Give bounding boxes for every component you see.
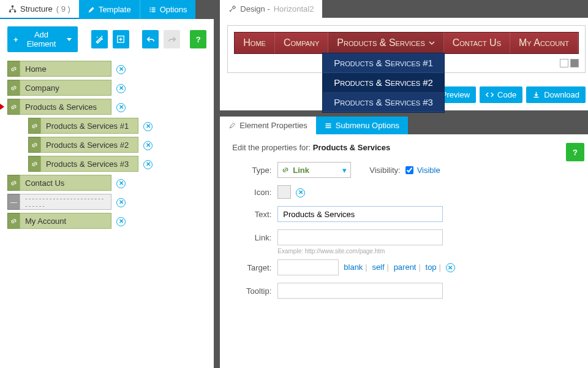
target-label: Target:: [232, 263, 271, 272]
link-hint: Example: http://www.site.com/page.htm: [277, 248, 581, 255]
link-input[interactable]: [277, 229, 443, 245]
clear-icon-button[interactable]: ✕: [296, 186, 305, 197]
link-icon: [7, 175, 20, 191]
properties-panel: Element Properties Submenu Options ? Edi…: [220, 117, 588, 368]
tree-item-home[interactable]: Home ✕: [7, 61, 206, 77]
tools-icon: [228, 5, 236, 13]
list-icon: [149, 6, 156, 13]
tab-design-label: Design -: [240, 4, 270, 13]
tab-options[interactable]: Options: [140, 0, 196, 19]
tree-item-label: Contact Us: [20, 175, 111, 191]
submenu-icon: [325, 122, 332, 129]
link-icon: [28, 137, 40, 153]
delete-item-button[interactable]: ✕: [116, 101, 126, 112]
svg-rect-15: [325, 127, 331, 128]
pencil-icon: [88, 6, 95, 13]
icon-picker[interactable]: [277, 185, 291, 199]
add-element-label: Add Element: [22, 30, 61, 48]
tab-submenu-options[interactable]: Submenu Options: [316, 117, 408, 134]
delete-item-button[interactable]: ✕: [116, 63, 126, 74]
delete-item-button[interactable]: ✕: [143, 120, 153, 131]
download-icon: [532, 91, 540, 99]
wand-button[interactable]: [91, 30, 108, 48]
preview-menu-company[interactable]: Company: [275, 33, 328, 53]
target-parent[interactable]: parent: [394, 263, 417, 272]
tree-item-company[interactable]: Company ✕: [7, 80, 206, 96]
snippet-button[interactable]: [113, 30, 129, 48]
svg-point-9: [97, 37, 98, 38]
svg-rect-0: [12, 6, 13, 7]
delete-item-button[interactable]: ✕: [116, 177, 126, 188]
preview-submenu-item[interactable]: Products & Services #1: [323, 53, 444, 73]
icon-label: Icon:: [232, 188, 271, 197]
preview-menu-account[interactable]: My Account: [510, 33, 578, 53]
tab-template[interactable]: Template: [79, 0, 140, 19]
text-input[interactable]: [277, 206, 443, 222]
plus-icon: +: [13, 35, 18, 44]
help-button[interactable]: ?: [566, 143, 584, 161]
target-top[interactable]: top: [426, 263, 437, 272]
tree-item-products-1[interactable]: Products & Services #1 ✕: [28, 118, 206, 134]
target-input[interactable]: [277, 259, 339, 275]
tree-item-products-2[interactable]: Products & Services #2 ✕: [28, 137, 206, 153]
delete-item-button[interactable]: ✕: [143, 139, 153, 150]
link-icon: [7, 61, 20, 77]
tree-item-label: Products & Services #3: [40, 156, 138, 172]
tab-structure[interactable]: Structure ( 9 ): [0, 0, 79, 19]
tab-template-label: Template: [99, 5, 131, 14]
target-blank[interactable]: blank: [344, 263, 363, 272]
code-button[interactable]: Code: [480, 86, 522, 103]
preview-submenu-item[interactable]: Products & Services #2: [323, 73, 444, 93]
tooltip-input[interactable]: [277, 283, 443, 299]
tree-item-products[interactable]: Products & Services ✕: [7, 99, 206, 115]
visibility-value[interactable]: Visible: [417, 166, 440, 175]
preview-submenu-item[interactable]: Products & Services #3: [323, 93, 444, 112]
type-label: Type:: [232, 166, 271, 175]
row-icon: Icon: ✕: [232, 185, 581, 199]
delete-item-button[interactable]: ✕: [116, 215, 126, 226]
row-target: Target: blank| self| parent| top| ✕: [232, 259, 581, 275]
preview-menu-home[interactable]: Home: [235, 33, 275, 53]
preview-submenu: Products & Services #1 Products & Servic…: [322, 53, 445, 113]
preview-menu-products[interactable]: Products & Services: [328, 33, 443, 53]
structure-body: + Add Element: [0, 19, 214, 368]
tab-options-label: Options: [160, 5, 187, 14]
chevron-down-icon: ▾: [342, 166, 347, 175]
download-button[interactable]: Download: [526, 86, 586, 103]
tab-design[interactable]: Design - Horizontal2: [220, 0, 322, 18]
visibility-checkbox[interactable]: [405, 166, 413, 174]
tree-item-label: -----------------------------: [20, 194, 111, 210]
target-self[interactable]: self: [372, 263, 384, 272]
edit-icon: [228, 122, 236, 129]
visibility-label: Visibility:: [369, 166, 400, 175]
tree-item-account[interactable]: My Account ✕: [7, 213, 206, 229]
tooltip-label: Tooltip:: [232, 286, 271, 296]
redo-button[interactable]: [164, 30, 180, 48]
tree-item-label: Products & Services #1: [40, 118, 138, 134]
delete-item-button[interactable]: ✕: [116, 82, 126, 93]
help-button[interactable]: ?: [190, 30, 206, 48]
structure-panel: Structure ( 9 ) Template Options + A: [0, 0, 214, 368]
tree-item-separator[interactable]: — ----------------------------- ✕: [7, 194, 206, 210]
clear-target-button[interactable]: ✕: [446, 263, 455, 272]
preview-menu-contact[interactable]: Contact Us: [444, 33, 510, 53]
light-swatch[interactable]: [560, 59, 568, 67]
preview-menubar: Home Company Products & Services Contact…: [234, 32, 579, 54]
tree-item-products-3[interactable]: Products & Services #3 ✕: [28, 156, 206, 172]
tree-item-label: My Account: [20, 213, 111, 229]
link-label: Link:: [232, 233, 271, 242]
dark-swatch[interactable]: [570, 59, 579, 67]
add-element-button[interactable]: + Add Element: [7, 26, 78, 52]
tab-design-template-name: Horizontal2: [274, 4, 314, 13]
code-block-icon: [116, 35, 125, 44]
tab-structure-count: ( 9 ): [56, 4, 70, 13]
structure-toolbar: + Add Element: [7, 26, 206, 52]
tree-item-contact[interactable]: Contact Us ✕: [7, 175, 206, 191]
tab-structure-label: Structure: [20, 4, 53, 13]
type-select[interactable]: Link ▾: [277, 162, 351, 178]
delete-item-button[interactable]: ✕: [116, 196, 126, 207]
type-value: Link: [293, 166, 309, 175]
tab-element-properties[interactable]: Element Properties: [220, 117, 316, 134]
undo-button[interactable]: [142, 30, 159, 48]
delete-item-button[interactable]: ✕: [143, 158, 153, 169]
